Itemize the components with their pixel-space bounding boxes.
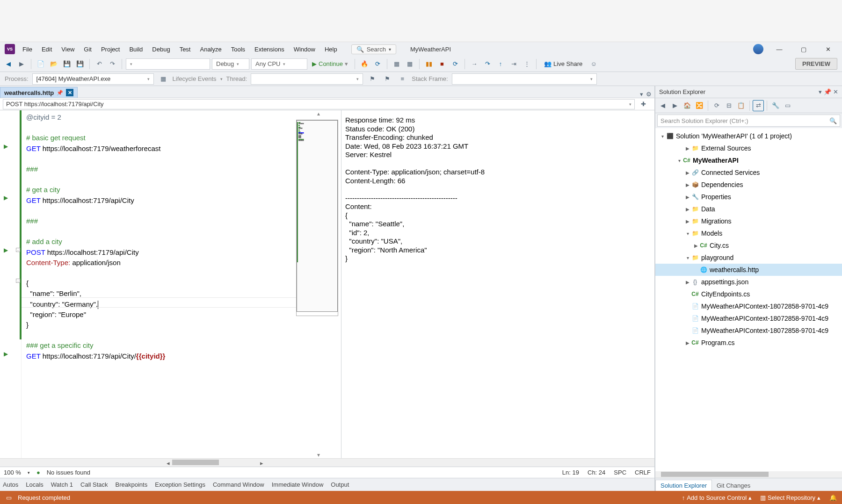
user-avatar[interactable] xyxy=(753,44,763,54)
sync-icon[interactable]: ⇄ xyxy=(753,100,764,111)
tree-item[interactable]: ▶{}appsettings.json xyxy=(655,276,842,288)
platform-combo[interactable]: Any CPU▾ xyxy=(251,58,307,70)
solexp-hscroll[interactable] xyxy=(655,471,842,478)
preview-button[interactable]: PREVIEW xyxy=(795,58,837,70)
response-pane[interactable]: Response time: 92 ms Status code: OK (20… xyxy=(341,110,654,458)
tooltab-exception-settings[interactable]: Exception Settings xyxy=(155,481,205,488)
tree-item[interactable]: ▶C#City.cs xyxy=(655,239,842,252)
nav-back-icon[interactable]: ◀ xyxy=(3,58,14,70)
tooltab-watch-1[interactable]: Watch 1 xyxy=(51,481,73,488)
menu-test[interactable]: Test xyxy=(175,44,196,55)
tab-settings-icon[interactable]: ⚙ xyxy=(646,91,652,98)
close-tab-icon[interactable]: ✕ xyxy=(66,89,73,96)
run-to-icon[interactable]: ⇥ xyxy=(508,58,519,70)
pin-icon[interactable]: 📌 xyxy=(57,90,63,96)
save-all-icon[interactable]: 💾 xyxy=(74,58,86,70)
refresh-icon[interactable]: ⟳ xyxy=(450,58,461,70)
process-combo[interactable]: [47604] MyWeatherAPI.exe▾ xyxy=(32,73,154,85)
redo-icon[interactable]: ↷ xyxy=(107,58,118,70)
tree-item[interactable]: ▶C#Program.cs xyxy=(655,337,842,349)
solution-node[interactable]: ▾⬛ Solution 'MyWeatherAPI' (1 of 1 proje… xyxy=(655,130,842,142)
menu-tools[interactable]: Tools xyxy=(226,44,250,55)
menu-file[interactable]: File xyxy=(18,44,37,55)
home-icon[interactable]: 🏠 xyxy=(682,100,693,111)
menu-project[interactable]: Project xyxy=(96,44,124,55)
step-icon2[interactable]: ▦ xyxy=(404,58,415,70)
menu-help[interactable]: Help xyxy=(320,44,342,55)
tooltab-output[interactable]: Output xyxy=(331,481,349,488)
tree-item[interactable]: ▶📁External Sources xyxy=(655,142,842,154)
tree-item[interactable]: 🌐weathercalls.http xyxy=(655,264,842,276)
run-glyph-icon[interactable]: ▶ xyxy=(4,194,8,201)
minimap[interactable]: ███████████ ██ █████████ ██ ███████████ … xyxy=(296,120,338,316)
run-glyph-icon[interactable]: ▶ xyxy=(4,143,8,150)
dropdown-icon[interactable]: ▾ xyxy=(819,88,822,95)
tree-item[interactable]: 📄MyWeatherAPIContext-18072858-9701-4c9 xyxy=(655,312,842,324)
menu-build[interactable]: Build xyxy=(124,44,147,55)
tab-git-changes[interactable]: Git Changes xyxy=(712,480,755,491)
zoom-level[interactable]: 100 % xyxy=(4,469,21,476)
file-tab-weathercalls[interactable]: weathercalls.http 📌 ✕ xyxy=(0,87,78,98)
restart-icon[interactable]: ⟳ xyxy=(372,58,383,70)
tree-item[interactable]: 📄MyWeatherAPIContext-18072858-9701-4c9 xyxy=(655,300,842,312)
open-icon[interactable]: 📂 xyxy=(48,58,59,70)
stop-icon[interactable]: ■ xyxy=(436,58,448,70)
menu-analyze[interactable]: Analyze xyxy=(195,44,226,55)
tooltab-call-stack[interactable]: Call Stack xyxy=(80,481,108,488)
preview-icon[interactable]: ▭ xyxy=(782,100,793,111)
tree-item[interactable]: ▶🔗Connected Services xyxy=(655,166,842,179)
continue-button[interactable]: ▶Continue▾ xyxy=(309,58,351,70)
tree-item[interactable]: C#CityEndpoints.cs xyxy=(655,288,842,300)
tree-item[interactable]: 📄MyWeatherAPIContext-18072858-9701-4c9 xyxy=(655,324,842,337)
scroll-up-icon[interactable]: ▴ xyxy=(296,110,341,117)
nav-forward-icon[interactable]: ▶ xyxy=(16,58,27,70)
thread-combo[interactable]: ▾ xyxy=(251,73,363,85)
solexp-search[interactable]: Search Solution Explorer (Ctrl+;) 🔍 xyxy=(657,115,840,127)
back-icon[interactable]: ◀ xyxy=(657,100,668,111)
feedback-icon[interactable]: ☺ xyxy=(588,58,599,70)
refresh-icon[interactable]: ⟳ xyxy=(711,100,722,111)
outline-collapse-icon[interactable]: - xyxy=(16,248,20,252)
editor-hscroll[interactable]: ◂ ▸ xyxy=(0,458,654,467)
flag-icon[interactable]: ⚑ xyxy=(367,73,378,85)
flag2-icon[interactable]: ⚑ xyxy=(382,73,393,85)
tree-item[interactable]: ▶📦Dependencies xyxy=(655,179,842,191)
search-box[interactable]: 🔍 Search ▾ xyxy=(351,44,396,54)
step-over-icon[interactable]: ↷ xyxy=(482,58,493,70)
new-item-icon[interactable]: 📄 xyxy=(35,58,46,70)
tree-item[interactable]: ▾C#MyWeatherAPI xyxy=(655,154,842,166)
forward-icon[interactable]: ▶ xyxy=(669,100,681,111)
close-panel-icon[interactable]: ✕ xyxy=(833,88,838,95)
tree-item[interactable]: ▾📁Models xyxy=(655,227,842,239)
nav-combo[interactable]: POST https://localhost:7179/api/City ▾ xyxy=(3,99,635,109)
scroll-down-icon[interactable]: ▾ xyxy=(296,452,341,458)
outline-collapse-icon[interactable]: - xyxy=(16,279,20,283)
step-out-icon[interactable]: ↑ xyxy=(495,58,506,70)
pin-icon[interactable]: 📌 xyxy=(824,88,831,95)
tab-solution-explorer[interactable]: Solution Explorer xyxy=(655,480,712,491)
code-editor[interactable]: @cityid = 2 # basic get request GET http… xyxy=(22,110,296,458)
tooltab-locals[interactable]: Locals xyxy=(26,481,44,488)
bell-icon[interactable]: 🔔 xyxy=(829,493,837,502)
step-into-icon[interactable]: → xyxy=(469,58,480,70)
maximize-button[interactable]: ▢ xyxy=(795,43,812,56)
tooltab-command-window[interactable]: Command Window xyxy=(213,481,264,488)
menu-view[interactable]: View xyxy=(57,44,79,55)
tooltab-immediate-window[interactable]: Immediate Window xyxy=(272,481,324,488)
show-all-icon[interactable]: 📋 xyxy=(735,100,747,111)
run-glyph-icon[interactable]: ▶ xyxy=(4,247,8,253)
tooltab-breakpoints[interactable]: Breakpoints xyxy=(116,481,148,488)
menu-debug[interactable]: Debug xyxy=(147,44,174,55)
close-button[interactable]: ✕ xyxy=(820,43,836,56)
menu-extensions[interactable]: Extensions xyxy=(250,44,289,55)
config-combo[interactable]: Debug▾ xyxy=(212,58,249,70)
pause-icon[interactable]: ▮▮ xyxy=(423,58,435,70)
collapse-icon[interactable]: ⊟ xyxy=(723,100,734,111)
hot-reload-icon[interactable]: 🔥 xyxy=(359,58,370,70)
undo-icon[interactable]: ↶ xyxy=(94,58,105,70)
stackframe-combo[interactable]: ▾ xyxy=(452,73,597,85)
minimize-button[interactable]: — xyxy=(771,43,788,56)
menu-window[interactable]: Window xyxy=(289,44,320,55)
tab-dropdown-icon[interactable]: ▾ xyxy=(640,91,643,98)
tree-item[interactable]: ▶📁Migrations xyxy=(655,215,842,227)
